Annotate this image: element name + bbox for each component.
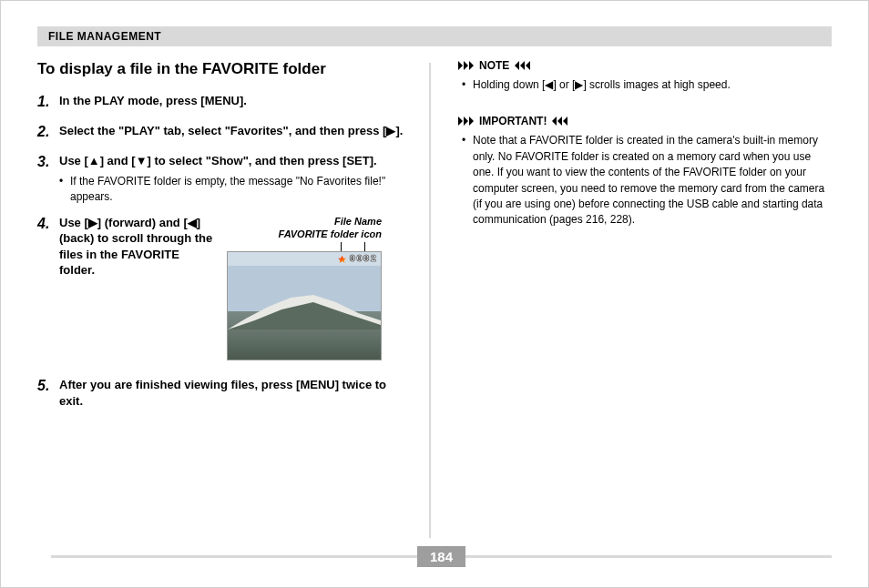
figure-wrap: File Name FAVORITE folder icon 0002	[227, 215, 382, 361]
step-text: Use [▲] and [▼] to select "Show", and th…	[59, 153, 413, 204]
mountain-image	[228, 293, 381, 329]
screenshot-topbar: 0002	[228, 252, 381, 266]
two-column-layout: To display a file in the FAVORITE folder…	[37, 59, 832, 542]
step-text: Select the "PLAY" tab, select "Favorites…	[59, 123, 413, 139]
section-header-text: FILE MANAGEMENT	[48, 30, 161, 43]
step-number: 1.	[37, 93, 59, 112]
note-heading-text: NOTE	[479, 59, 509, 72]
step-sub-bullet: • If the FAVORITE folder is empty, the m…	[59, 174, 413, 203]
figure-label-filename: File Name	[334, 215, 382, 228]
page-footer: 184	[51, 546, 832, 567]
step-2: 2. Select the "PLAY" tab, select "Favori…	[37, 123, 413, 142]
important-heading-text: IMPORTANT!	[479, 115, 547, 127]
step-text: After you are finished viewing files, pr…	[59, 377, 413, 409]
important-header: IMPORTANT!	[458, 115, 832, 127]
step-body: Use [▶] (forward) and [◀] (back) to scro…	[59, 215, 413, 361]
step-sub-text: If the FAVORITE folder is empty, the mes…	[70, 174, 413, 203]
figure-label-favicon: FAVORITE folder icon	[279, 228, 382, 240]
section-header: FILE MANAGEMENT	[37, 26, 832, 46]
bullet-icon: •	[59, 174, 70, 203]
important-body: • Note that a FAVORITE folder is created…	[458, 133, 832, 228]
page-title: To display a file in the FAVORITE folder	[37, 59, 413, 78]
triangle-left-icon	[515, 61, 530, 70]
step-4: 4. Use [▶] (forward) and [◀] (back) to s…	[37, 215, 413, 361]
step-5: 5. After you are finished viewing files,…	[37, 377, 413, 409]
step-number: 3.	[37, 153, 59, 172]
triangle-right-icon	[458, 117, 474, 126]
file-number-overlay: 0002	[350, 252, 377, 266]
step-main-text: Use [▲] and [▼] to select "Show", and th…	[59, 154, 377, 167]
bullet-icon: •	[462, 77, 473, 93]
triangle-right-icon	[458, 61, 474, 70]
step-number: 2.	[37, 123, 59, 142]
favorite-folder-icon	[338, 255, 347, 264]
manual-page: FILE MANAGEMENT To display a file in the…	[0, 0, 869, 588]
footer-rule	[465, 555, 832, 558]
camera-screenshot: 0002	[227, 251, 382, 360]
right-column: NOTE • Holding down [◀] or [▶] scrolls i…	[431, 59, 832, 542]
figure-callout-lines	[341, 242, 365, 251]
step-list: 1. In the PLAY mode, press [MENU]. 2. Se…	[37, 93, 413, 409]
callout-line	[364, 242, 365, 251]
left-column: To display a file in the FAVORITE folder…	[37, 59, 429, 542]
important-text: Note that a FAVORITE folder is created i…	[473, 133, 832, 228]
triangle-left-icon	[552, 117, 567, 126]
step4-layout: Use [▶] (forward) and [◀] (back) to scro…	[59, 215, 413, 361]
step-text: In the PLAY mode, press [MENU].	[59, 93, 413, 109]
page-number: 184	[417, 546, 465, 567]
callout-line	[341, 242, 342, 251]
step-3: 3. Use [▲] and [▼] to select "Show", and…	[37, 153, 413, 204]
step-number: 4.	[37, 215, 59, 234]
note-text: Holding down [◀] or [▶] scrolls images a…	[473, 77, 731, 93]
step-text: Use [▶] (forward) and [◀] (back) to scro…	[59, 215, 214, 279]
note-body: • Holding down [◀] or [▶] scrolls images…	[458, 77, 832, 93]
step-number: 5.	[37, 377, 59, 396]
step-1: 1. In the PLAY mode, press [MENU].	[37, 93, 413, 112]
bullet-icon: •	[462, 133, 473, 228]
note-header: NOTE	[458, 59, 832, 72]
footer-rule	[51, 555, 417, 558]
